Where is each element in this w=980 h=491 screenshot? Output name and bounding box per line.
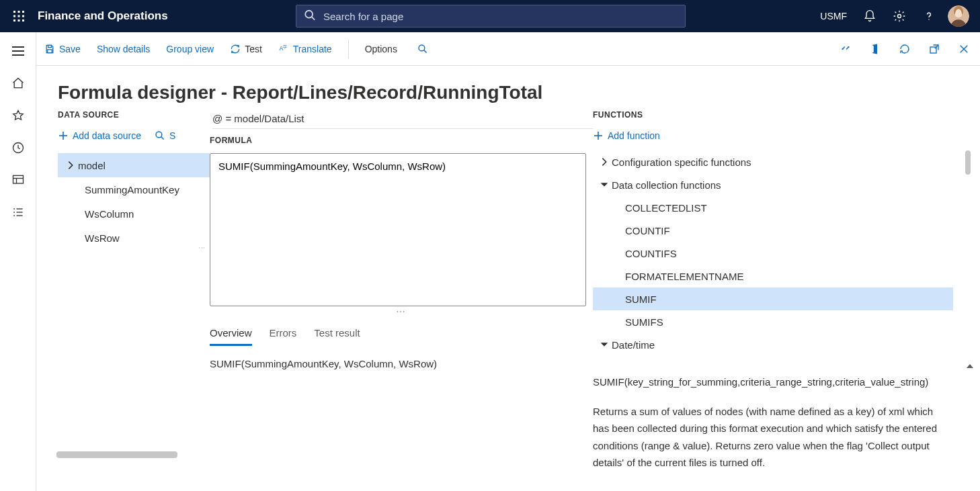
tab-errors[interactable]: Errors [270, 324, 297, 346]
action-toolbar: Save Show details Group view Test A字 Tra… [36, 32, 980, 66]
datasource-root-model[interactable]: model [58, 153, 210, 177]
tab-test-result[interactable]: Test result [314, 324, 360, 346]
function-group-config[interactable]: Configuration specific functions [593, 150, 953, 173]
svg-rect-5 [22, 15, 24, 17]
nav-modules-button[interactable] [3, 197, 34, 227]
function-group-data-collection[interactable]: Data collection functions [593, 173, 953, 196]
nav-workspaces-button[interactable] [3, 165, 34, 195]
notifications-button[interactable] [856, 0, 883, 32]
formula-textarea[interactable] [210, 153, 586, 306]
global-header: Finance and Operations USMF [0, 0, 980, 32]
svg-point-29 [419, 45, 425, 51]
translate-button[interactable]: A字 Translate [276, 40, 335, 58]
functions-scrollbar-thumb[interactable] [965, 150, 971, 175]
function-item-sumif[interactable]: SUMIF [593, 287, 953, 310]
nav-expand-button[interactable] [3, 36, 34, 66]
function-group-datetime[interactable]: Date/time [593, 333, 953, 356]
hamburger-icon [12, 46, 24, 56]
nav-favorites-button[interactable] [3, 101, 34, 130]
translate-label: Translate [293, 44, 332, 54]
function-item[interactable]: COUNTIFS [593, 242, 953, 265]
function-item-label: COUNTIFS [625, 248, 677, 259]
nav-recent-button[interactable] [3, 133, 34, 163]
translate-icon: A字 [278, 44, 289, 54]
datasource-panel: DATA SOURCE Add data source S [58, 110, 210, 491]
function-group-label: Data collection functions [612, 179, 721, 191]
svg-point-32 [848, 46, 849, 47]
clock-icon [11, 141, 25, 154]
add-data-source-button[interactable]: Add data source [58, 128, 141, 144]
link-icon [840, 43, 852, 55]
popout-button[interactable] [924, 38, 945, 60]
formula-tabs: Overview Errors Test result [210, 324, 593, 346]
star-icon [11, 109, 25, 122]
add-function-button[interactable]: Add function [593, 128, 953, 144]
left-nav-rail [0, 32, 36, 491]
function-description-text: Returns a sum of values of nodes (with n… [593, 403, 950, 472]
functions-panel: FUNCTIONS Add function Configuration spe… [593, 110, 980, 491]
user-avatar[interactable] [948, 5, 969, 27]
function-item[interactable]: COLLECTEDLIST [593, 196, 953, 219]
description-scroll-up[interactable] [967, 364, 973, 368]
bell-icon [863, 9, 876, 23]
tree-item-label: model [78, 160, 106, 171]
function-signature: SUMIF(key_string_for_summing,criteria_ra… [593, 373, 950, 391]
toolbar-separator [348, 40, 349, 58]
options-button[interactable]: Options [362, 40, 400, 58]
test-button[interactable]: Test [227, 40, 265, 58]
function-item-label: SUMIFS [625, 316, 663, 328]
company-chip[interactable]: USMF [813, 11, 854, 21]
toolbar-search-button[interactable] [411, 40, 431, 58]
avatar-icon [948, 5, 969, 27]
datasource-search-button[interactable]: S [155, 128, 175, 144]
reload-icon [899, 43, 911, 55]
svg-rect-4 [18, 15, 20, 17]
modules-icon [11, 206, 25, 219]
app-title: Finance and Operations [38, 9, 168, 23]
function-item[interactable]: SUMIFS [593, 310, 953, 333]
group-view-button[interactable]: Group view [163, 40, 216, 58]
refresh-page-button[interactable] [894, 38, 915, 60]
datasource-item[interactable]: WsColumn [58, 202, 210, 226]
function-item[interactable]: COUNTIF [593, 219, 953, 242]
svg-line-39 [161, 137, 164, 140]
function-item[interactable]: FORMATELEMENTNAME [593, 265, 953, 287]
global-search-input[interactable] [296, 5, 686, 28]
svg-point-31 [842, 48, 843, 49]
functions-tree: Configuration specific functions Data co… [593, 150, 953, 356]
close-page-button[interactable] [953, 38, 975, 60]
caret-down-icon [597, 179, 612, 190]
svg-rect-25 [48, 45, 52, 47]
formula-heading: FORMULA [210, 136, 593, 145]
resize-handle-bottom[interactable]: ⋯ [210, 308, 593, 315]
datasource-item[interactable]: SummingAmountKey [58, 177, 210, 202]
settings-button[interactable] [886, 0, 913, 32]
functions-heading: FUNCTIONS [593, 110, 953, 120]
help-button[interactable] [915, 0, 942, 32]
refresh-icon [230, 44, 241, 54]
gear-icon [893, 9, 906, 23]
tab-overview[interactable]: Overview [210, 324, 252, 346]
office-button[interactable] [864, 38, 886, 60]
svg-rect-7 [18, 19, 20, 21]
app-launcher-button[interactable] [5, 0, 32, 32]
nav-home-button[interactable] [3, 69, 34, 98]
show-details-button[interactable]: Show details [94, 40, 153, 58]
function-group-label: Date/time [612, 339, 655, 351]
question-icon [922, 9, 936, 23]
add-function-label: Add function [608, 130, 660, 141]
resize-handle-left[interactable]: ⋮ [200, 244, 203, 253]
datasource-search-label: S [169, 130, 175, 141]
datasource-item[interactable]: WsRow [58, 226, 210, 250]
link-button[interactable] [835, 38, 856, 60]
workspace-icon [11, 173, 25, 187]
save-button[interactable]: Save [42, 40, 83, 58]
options-label: Options [365, 44, 397, 54]
svg-point-9 [305, 11, 313, 18]
svg-point-11 [897, 15, 901, 18]
tree-item-label: SummingAmountKey [85, 184, 179, 195]
triangle-up-icon [967, 364, 973, 368]
svg-rect-1 [18, 11, 20, 13]
datasource-horizontal-scrollbar[interactable] [56, 451, 177, 458]
save-label: Save [59, 44, 81, 54]
